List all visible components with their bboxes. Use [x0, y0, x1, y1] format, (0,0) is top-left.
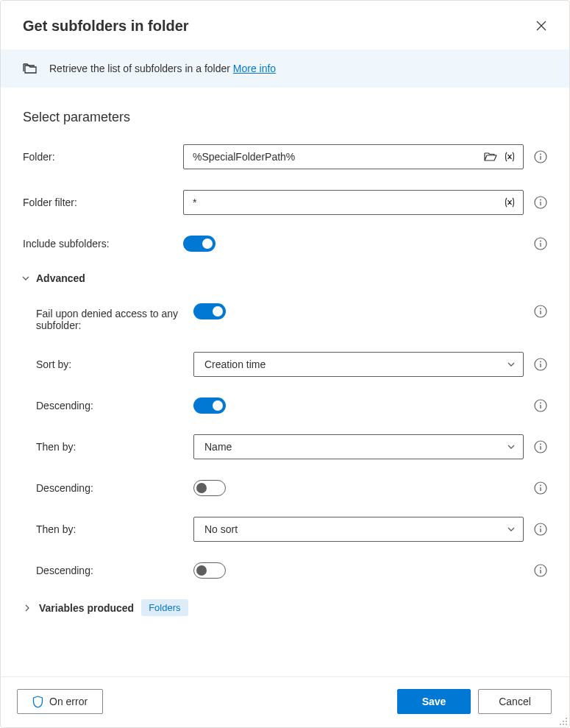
- chevron-right-icon: [23, 604, 32, 612]
- chevron-down-icon: [507, 442, 516, 451]
- cancel-label: Cancel: [499, 696, 531, 707]
- cancel-button[interactable]: Cancel: [478, 689, 552, 714]
- row-descending-2: Descending:: [36, 480, 547, 496]
- include-subfolders-toggle[interactable]: [183, 236, 215, 252]
- dialog-footer: On error Save Cancel: [1, 676, 569, 727]
- folder-info-button[interactable]: [534, 150, 547, 163]
- advanced-section: Fail upon denied access to any subfolder…: [23, 303, 547, 579]
- descending-2-toggle[interactable]: [193, 480, 226, 496]
- info-icon: [534, 440, 547, 453]
- info-icon: [534, 237, 547, 250]
- include-subfolders-info-button[interactable]: [534, 237, 547, 250]
- description-bar: Retrieve the list of subfolders in a fol…: [1, 49, 569, 88]
- section-title: Select parameters: [23, 110, 547, 125]
- row-then-by-1: Then by: Name: [36, 434, 547, 459]
- descending-3-toggle[interactable]: [193, 562, 226, 579]
- descending-3-info-button[interactable]: [534, 564, 547, 577]
- chevron-down-icon: [507, 360, 516, 369]
- folder-filter-label: Folder filter:: [23, 197, 183, 208]
- svg-point-13: [540, 444, 541, 445]
- include-subfolders-label: Include subfolders:: [23, 238, 183, 250]
- fail-denied-toggle[interactable]: [193, 303, 226, 319]
- svg-point-17: [540, 526, 541, 528]
- advanced-title: Advanced: [36, 272, 85, 284]
- save-button[interactable]: Save: [397, 689, 471, 714]
- then-by-1-value: Name: [204, 441, 232, 453]
- variable-icon: [503, 197, 516, 208]
- then-by-1-label: Then by:: [36, 441, 183, 453]
- svg-point-22: [566, 721, 567, 722]
- sort-by-label: Sort by:: [36, 358, 183, 370]
- chevron-down-icon: [21, 274, 30, 283]
- then-by-2-label: Then by:: [36, 523, 183, 535]
- variable-picker-button-filter[interactable]: [502, 195, 517, 210]
- svg-point-9: [540, 361, 541, 363]
- info-icon: [534, 481, 547, 495]
- folder-open-icon: [484, 152, 497, 162]
- row-descending-1: Descending:: [36, 397, 547, 414]
- folder-input[interactable]: [193, 151, 479, 163]
- folder-filter-input[interactable]: [193, 197, 498, 208]
- sort-by-select[interactable]: Creation time: [193, 352, 524, 377]
- svg-point-7: [540, 308, 541, 310]
- advanced-header[interactable]: Advanced: [21, 272, 547, 284]
- svg-point-5: [540, 241, 541, 242]
- dialog-title: Get subfolders in folder: [23, 18, 189, 35]
- on-error-label: On error: [49, 696, 88, 707]
- descending-2-label: Descending:: [36, 482, 183, 494]
- more-info-link[interactable]: More info: [233, 63, 276, 74]
- row-sort-by: Sort by: Creation time: [36, 352, 547, 377]
- variable-icon: [503, 151, 516, 163]
- variables-produced-header[interactable]: Variables produced Folders: [23, 599, 547, 616]
- dialog: Get subfolders in folder Retrieve the li…: [0, 0, 570, 728]
- variables-produced-title: Variables produced: [39, 602, 134, 614]
- descending-2-info-button[interactable]: [534, 481, 547, 495]
- svg-point-24: [563, 724, 564, 725]
- dialog-header: Get subfolders in folder: [1, 1, 569, 49]
- variables-badge[interactable]: Folders: [141, 599, 188, 616]
- descending-3-label: Descending:: [36, 565, 183, 576]
- folders-icon: [23, 61, 39, 76]
- svg-point-19: [540, 568, 541, 569]
- row-include-subfolders: Include subfolders:: [23, 236, 547, 252]
- svg-point-23: [560, 724, 561, 725]
- description-label: Retrieve the list of subfolders in a fol…: [49, 63, 233, 74]
- browse-folder-button[interactable]: [483, 149, 498, 164]
- descending-1-toggle[interactable]: [193, 397, 226, 414]
- info-icon: [534, 196, 547, 209]
- then-by-2-value: No sort: [204, 523, 238, 535]
- folder-filter-input-wrap: [183, 190, 524, 215]
- row-fail-denied: Fail upon denied access to any subfolder…: [36, 303, 547, 331]
- fail-denied-label: Fail upon denied access to any subfolder…: [36, 303, 183, 331]
- folder-filter-info-button[interactable]: [534, 196, 547, 209]
- then-by-1-select[interactable]: Name: [193, 434, 524, 459]
- info-icon: [534, 523, 547, 536]
- row-then-by-2: Then by: No sort: [36, 517, 547, 542]
- svg-point-15: [540, 485, 541, 487]
- row-descending-3: Descending:: [36, 562, 547, 579]
- svg-point-25: [566, 724, 567, 725]
- folder-input-wrap: [183, 144, 524, 169]
- shield-icon: [32, 696, 43, 708]
- chevron-down-icon: [507, 525, 516, 534]
- variable-picker-button[interactable]: [502, 149, 517, 164]
- svg-point-3: [540, 199, 541, 201]
- folder-label: Folder:: [23, 151, 183, 163]
- descending-1-info-button[interactable]: [534, 399, 547, 412]
- description-text: Retrieve the list of subfolders in a fol…: [49, 63, 276, 74]
- info-icon: [534, 150, 547, 163]
- close-icon: [536, 21, 546, 31]
- save-label: Save: [422, 696, 446, 707]
- then-by-2-info-button[interactable]: [534, 523, 547, 536]
- then-by-2-select[interactable]: No sort: [193, 517, 524, 542]
- close-button[interactable]: [531, 15, 552, 36]
- sort-by-info-button[interactable]: [534, 358, 547, 371]
- fail-denied-info-button[interactable]: [534, 305, 547, 318]
- sort-by-value: Creation time: [204, 358, 266, 370]
- svg-point-1: [540, 154, 541, 155]
- resize-handle-icon[interactable]: [558, 716, 569, 727]
- on-error-button[interactable]: On error: [17, 689, 103, 714]
- svg-point-21: [563, 721, 564, 722]
- content: Select parameters Folder: Fol: [1, 88, 569, 676]
- then-by-1-info-button[interactable]: [534, 440, 547, 453]
